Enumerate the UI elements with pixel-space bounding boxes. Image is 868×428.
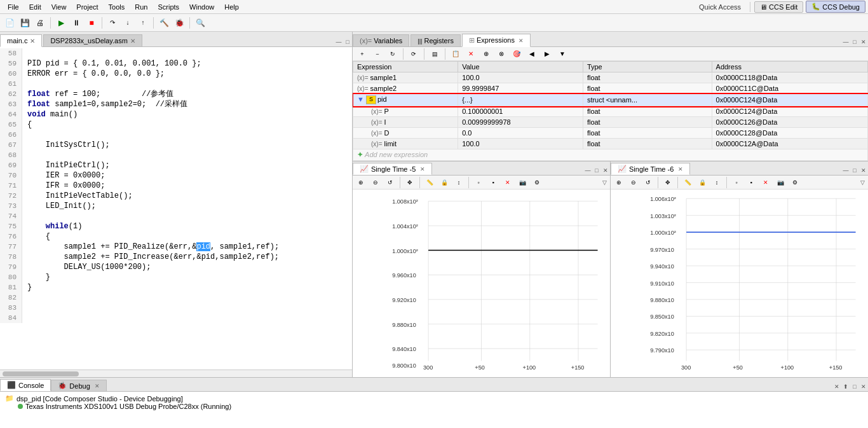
expr-options-button[interactable]: ▼ [555, 47, 569, 61]
maximize-editor-button[interactable]: □ [343, 38, 352, 46]
expr-remove-button[interactable]: − [370, 47, 384, 61]
chart1-style1[interactable]: ▫ [471, 176, 485, 190]
chart2-arrow[interactable]: ↕ [710, 176, 724, 190]
tab-delay-asm[interactable]: DSP2833x_usDelay.asm ✕ [43, 34, 142, 46]
chart1-move[interactable]: ✥ [403, 176, 417, 190]
chart1-settings[interactable]: ⚙ [530, 176, 544, 190]
chart2-zoom-in[interactable]: ⊕ [612, 176, 626, 190]
menu-file[interactable]: File [3, 2, 24, 12]
table-row[interactable]: (x)= P0.100000001float0x0000C124@Data [353, 106, 868, 117]
chart2-move[interactable]: ✥ [661, 176, 675, 190]
chart2-measure[interactable]: 📏 [681, 176, 695, 190]
expr-continuous-button[interactable]: ⟳ [407, 47, 421, 61]
maximize-chart2-button[interactable]: □ [850, 166, 859, 175]
chart1-measure[interactable]: 📏 [423, 176, 437, 190]
chart-2-tab[interactable]: 📈 Single Time -6 ✕ [611, 163, 690, 175]
add-expression-cell[interactable]: ✦ Add new expression [353, 149, 868, 161]
minimize-chart1-button[interactable]: — [583, 166, 592, 175]
step-over-button[interactable]: ↷ [105, 16, 119, 30]
close-tab-delay[interactable]: ✕ [130, 38, 135, 45]
maximize-expr-button[interactable]: □ [850, 38, 859, 46]
chart1-arrow[interactable]: ↕ [452, 176, 466, 190]
table-row[interactable]: (x)= I0.00999999978float0x0000C126@Data [353, 117, 868, 128]
horizontal-scrollbar[interactable] [0, 369, 352, 377]
chart2-delete[interactable]: ✕ [759, 176, 773, 190]
chart1-reset[interactable]: ↺ [383, 176, 397, 190]
stop-button[interactable]: ■ [85, 16, 98, 30]
expr-copy-button[interactable]: ⊕ [479, 47, 493, 61]
menu-tools[interactable]: Tools [104, 2, 130, 12]
tab-expressions[interactable]: ⊞ Expressions ✕ [462, 34, 531, 47]
table-row[interactable]: (x)= sample1100.0float0x0000C118@Data [353, 72, 868, 83]
expr-add-button[interactable]: + [355, 47, 369, 61]
editor-content[interactable]: 5859PID pid = { 0.1, 0.01, 0.001, 100.0 … [0, 47, 352, 369]
expand-console-button[interactable]: ⬆ [841, 382, 850, 391]
minimize-editor-button[interactable]: — [334, 38, 343, 46]
tab-debug[interactable]: 🐞 Debug ✕ [51, 380, 106, 391]
table-row[interactable]: (x)= sample299.9999847float0x0000C11C@Da… [353, 83, 868, 94]
expr-expand-button[interactable]: ▶ [540, 47, 554, 61]
chart1-delete[interactable]: ✕ [501, 176, 515, 190]
minimize-expr-button[interactable]: — [841, 38, 850, 46]
expr-col-format-button[interactable]: ▤ [428, 47, 442, 61]
close-tab-main[interactable]: ✕ [30, 38, 35, 45]
menu-scripts[interactable]: Scripts [153, 2, 184, 12]
save-button[interactable]: 💾 [18, 16, 32, 30]
tab-console[interactable]: ⬛ Console [0, 379, 51, 391]
menu-project[interactable]: Project [71, 2, 103, 12]
menu-edit[interactable]: Edit [24, 2, 46, 12]
chart1-zoom-in[interactable]: ⊕ [354, 176, 368, 190]
maximize-chart1-button[interactable]: □ [592, 166, 601, 175]
chart1-export[interactable]: 📷 [515, 176, 529, 190]
tab-registers[interactable]: ||| Registers [410, 34, 461, 46]
search-button[interactable]: 🔍 [193, 16, 207, 30]
chart1-zoom-out[interactable]: ⊖ [369, 176, 383, 190]
scroll-thumb[interactable] [3, 371, 79, 376]
tab-variables[interactable]: (x)= Variables [353, 34, 409, 46]
chart2-zoom-out[interactable]: ⊖ [627, 176, 641, 190]
expr-delete-button[interactable]: ✕ [464, 47, 478, 61]
maximize-console-button[interactable]: □ [850, 382, 859, 391]
chart1-style2[interactable]: ▪ [486, 176, 500, 190]
menu-view[interactable]: View [46, 2, 72, 12]
chart-1-tab[interactable]: 📈 Single Time -5 ✕ [353, 163, 432, 175]
expr-paste-button[interactable]: ⊗ [494, 47, 508, 61]
table-row[interactable]: (x)= D0.0float0x0000C128@Data [353, 128, 868, 139]
pause-button[interactable]: ⏸ [69, 16, 83, 30]
menu-help[interactable]: Help [219, 2, 244, 12]
chart2-export[interactable]: 📷 [773, 176, 787, 190]
chart1-lock[interactable]: 🔒 [437, 176, 451, 190]
chart2-style2[interactable]: ▪ [744, 176, 758, 190]
close-chart1-button[interactable]: ✕ [601, 166, 610, 175]
close-chart2-button[interactable]: ✕ [859, 166, 868, 175]
menu-window[interactable]: Window [184, 2, 219, 12]
run-button[interactable]: ▶ [54, 16, 68, 30]
close-console-button[interactable]: ✕ [859, 382, 868, 391]
minimize-console-button[interactable]: ✕ [832, 382, 841, 391]
add-expression-row[interactable]: ✦ Add new expression [353, 149, 868, 161]
chart2-reset[interactable]: ↺ [641, 176, 655, 190]
expr-new-button[interactable]: 📋 [449, 47, 463, 61]
chart2-lock[interactable]: 🔒 [695, 176, 709, 190]
new-button[interactable]: 📄 [3, 16, 17, 30]
ccs-edit-button[interactable]: 🖥 CCS Edit [754, 1, 803, 13]
close-expr-button[interactable]: ✕ [859, 38, 868, 46]
ccs-debug-button[interactable]: 🐛 CCS Debug [806, 1, 865, 13]
expr-select-button[interactable]: 🎯 [510, 47, 524, 61]
close-chart-2-button[interactable]: ✕ [678, 166, 683, 172]
table-row[interactable]: ▼ Spid{...}struct <unnam...0x0000C124@Da… [353, 94, 868, 106]
expr-collapse-button[interactable]: ◀ [525, 47, 539, 61]
tab-main-c[interactable]: main.c ✕ [0, 34, 42, 47]
print-button[interactable]: 🖨 [33, 16, 47, 30]
expr-refresh-button[interactable]: ↻ [386, 47, 400, 61]
menu-run[interactable]: Run [130, 2, 153, 12]
debug-button[interactable]: 🐞 [172, 16, 186, 30]
close-expressions-tab[interactable]: ✕ [519, 38, 524, 44]
minimize-chart2-button[interactable]: — [841, 166, 850, 175]
step-out-button[interactable]: ↑ [136, 16, 150, 30]
build-button[interactable]: 🔨 [157, 16, 171, 30]
step-into-button[interactable]: ↓ [121, 16, 135, 30]
close-debug-tab[interactable]: ✕ [95, 383, 100, 389]
chart2-style1[interactable]: ▫ [729, 176, 743, 190]
chart2-settings[interactable]: ⚙ [788, 176, 802, 190]
